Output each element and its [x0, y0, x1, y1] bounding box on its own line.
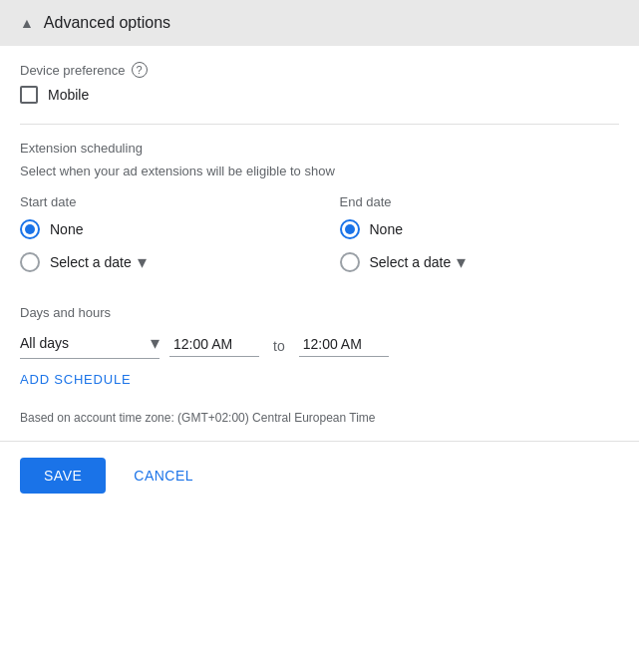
time-start-input[interactable] [169, 334, 259, 357]
extension-scheduling-section: Extension scheduling Select when your ad… [20, 141, 619, 285]
days-hours-section: Days and hours All days ▾ to [20, 305, 619, 359]
timezone-text: Based on account time zone: (GMT+02:00) … [20, 411, 619, 425]
device-preference-help-icon[interactable]: ? [132, 62, 148, 78]
cancel-button[interactable]: CANCEL [126, 458, 201, 494]
start-date-none-option[interactable]: None [20, 219, 300, 239]
extension-scheduling-title: Extension scheduling [20, 141, 619, 156]
mobile-checkbox-row[interactable]: Mobile [20, 86, 619, 104]
advanced-options-content: Device preference ? Mobile Extension sch… [0, 46, 639, 441]
end-date-dropdown-arrow[interactable]: ▾ [457, 251, 466, 273]
device-preference-section: Device preference ? Mobile [20, 62, 619, 104]
start-date-col: Start date None Select a date ▾ [20, 194, 300, 285]
start-date-select-option[interactable]: Select a date ▾ [20, 251, 300, 273]
save-button[interactable]: SAVE [20, 458, 106, 494]
start-date-select-radio[interactable] [20, 252, 40, 272]
start-date-none-label: None [50, 221, 83, 237]
all-days-dropdown[interactable]: All days ▾ [20, 332, 160, 359]
time-end-input[interactable] [299, 334, 389, 357]
start-date-label: Start date [20, 194, 300, 209]
end-date-col: End date None Select a date ▾ [340, 194, 620, 285]
device-preference-label: Device preference ? [20, 62, 619, 78]
start-date-none-radio[interactable] [20, 219, 40, 239]
chevron-up-icon: ▲ [20, 15, 34, 31]
end-date-select-option[interactable]: Select a date ▾ [340, 251, 620, 273]
mobile-checkbox[interactable] [20, 86, 38, 104]
to-label: to [269, 338, 289, 354]
mobile-label: Mobile [48, 87, 89, 103]
advanced-options-title: Advanced options [44, 14, 170, 32]
end-date-select-row[interactable]: Select a date ▾ [370, 251, 467, 273]
extension-scheduling-description: Select when your ad extensions will be e… [20, 164, 619, 178]
all-days-dropdown-arrow[interactable]: ▾ [151, 332, 160, 354]
end-date-select-label: Select a date [370, 254, 452, 270]
end-date-label: End date [340, 194, 620, 209]
end-date-none-radio[interactable] [340, 219, 360, 239]
end-date-none-option[interactable]: None [340, 219, 620, 239]
add-schedule-container: ADD SCHEDULE [20, 371, 619, 399]
schedule-row: All days ▾ to [20, 332, 619, 359]
advanced-options-header[interactable]: ▲ Advanced options [0, 0, 639, 46]
end-date-none-label: None [370, 221, 403, 237]
start-date-dropdown-arrow[interactable]: ▾ [138, 251, 147, 273]
start-date-select-label: Select a date [50, 254, 132, 270]
footer: SAVE CANCEL [0, 441, 639, 509]
divider-1 [20, 124, 619, 125]
date-row: Start date None Select a date ▾ End date [20, 194, 619, 285]
days-hours-label: Days and hours [20, 305, 619, 320]
all-days-value: All days [20, 335, 147, 351]
add-schedule-link[interactable]: ADD SCHEDULE [20, 372, 131, 387]
end-date-select-radio[interactable] [340, 252, 360, 272]
start-date-select-row[interactable]: Select a date ▾ [50, 251, 147, 273]
